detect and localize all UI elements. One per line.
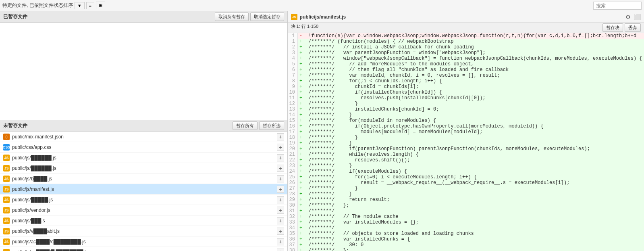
- table-row: 27+ /*******/ }: [288, 186, 644, 191]
- list-item[interactable]: {}public/mix-manifest.json+: [0, 132, 287, 142]
- file-stage-btn[interactable]: +: [277, 249, 284, 251]
- file-stage-btn[interactable]: +: [277, 133, 284, 140]
- file-stage-btn[interactable]: +: [277, 165, 284, 172]
- table-row: 26+ /*******/ result = __webpack_require…: [288, 180, 644, 186]
- list-item[interactable]: JSpublic/js/██████.js+: [0, 163, 287, 174]
- line-number: 2: [288, 44, 298, 50]
- line-number: 19: [288, 140, 298, 146]
- diff-code: /*******/ var installedModules = {};: [304, 220, 644, 225]
- line-number: 20: [288, 146, 298, 152]
- list-item[interactable]: JSpublic/js/ac████/c████████.js+: [0, 236, 287, 247]
- diff-code: /*******/ var moduleId, chunkId, i = 0, …: [304, 73, 644, 78]
- file-name-label: public/js/manifest.js: [12, 186, 277, 192]
- file-name-label: public/js/v████abit.js: [12, 228, 277, 234]
- line-number: 25: [288, 174, 298, 180]
- table-row: 31+ /*******/: [288, 208, 644, 214]
- stage-selected-btn[interactable]: 暂存所选: [259, 121, 284, 130]
- diff-sign: +: [297, 236, 304, 242]
- list-item[interactable]: JSpublic/js/██████.js+: [0, 153, 287, 163]
- diff-sign: +: [297, 140, 304, 146]
- list-item[interactable]: JSpublic/js/ac████/█.████████.js+: [0, 247, 287, 251]
- diff-code: /*******/ (function(modules) { // webpac…: [304, 39, 644, 44]
- diff-sign: +: [297, 169, 304, 174]
- line-number: 30: [288, 203, 298, 208]
- list-item[interactable]: CSSpublic/css/app.css+: [0, 142, 287, 153]
- diff-code: /*******/ for(moduleId in moreModules) {: [304, 118, 644, 123]
- line-number: 1: [288, 39, 298, 44]
- filter-dropdown-btn[interactable]: ▼: [75, 2, 85, 9]
- table-row: 34+ /*******/: [288, 225, 644, 231]
- cancel-all-staged-btn[interactable]: 取消所有暂存: [215, 13, 249, 21]
- file-stage-btn[interactable]: +: [277, 238, 284, 245]
- saved-section: 已暂存文件 取消所有暂存 取消选定暂存: [0, 11, 287, 120]
- file-type-icon: CSS: [3, 144, 10, 151]
- expand-icon[interactable]: ⬜: [634, 14, 641, 20]
- table-row: 1+ /*******/ (function(modules) { // web…: [288, 39, 644, 44]
- diff-code: /*******/ for(i=0; i < executeModules.le…: [304, 174, 644, 180]
- table-row: 25+ /*******/ for(i=0; i < executeModule…: [288, 174, 644, 180]
- file-stage-btn[interactable]: +: [277, 196, 284, 203]
- file-stage-btn[interactable]: +: [277, 154, 284, 161]
- table-row: 23+ /*******/ }: [288, 163, 644, 169]
- diff-sign: +: [297, 78, 304, 84]
- diff-code: !function(e){var o=window.webpackJsonp;w…: [304, 33, 644, 39]
- list-item[interactable]: JSpublic/js/v████abit.js+: [0, 226, 287, 236]
- file-type-icon: JS: [3, 176, 10, 182]
- stage-all-btn[interactable]: 暂存所有: [233, 121, 258, 130]
- file-stage-btn[interactable]: +: [277, 175, 284, 182]
- diff-toolbar: ⚙ ⬜: [624, 13, 641, 21]
- diff-code: /*******/ // objects to store loaded and…: [304, 231, 644, 236]
- file-stage-btn[interactable]: +: [277, 207, 284, 214]
- table-row: 32+ /*******/ // The module cache: [288, 214, 644, 220]
- unsaved-files-list[interactable]: {}public/mix-manifest.json+CSSpublic/css…: [0, 132, 287, 251]
- table-row: 38+ /*******/ };: [288, 248, 644, 251]
- gear-icon[interactable]: ⚙: [624, 13, 632, 21]
- file-stage-btn[interactable]: +: [277, 144, 284, 151]
- line-number: 26: [288, 180, 298, 186]
- table-row: 36+ /*******/ var installedChunks = {: [288, 236, 644, 242]
- diff-sign: +: [297, 225, 304, 231]
- diff-sign: +: [297, 203, 304, 208]
- unsaved-section: 未暂存文件 暂存所有 暂存所选 {}public/mix-manifest.js…: [0, 120, 287, 251]
- line-number: 37: [288, 242, 298, 248]
- saved-section-title: 已暂存文件: [3, 13, 27, 20]
- diff-sign: +: [297, 135, 304, 140]
- view-toggle-btn[interactable]: ≡: [86, 2, 94, 9]
- diff-sign: +: [297, 152, 304, 157]
- line-number: 9: [288, 84, 298, 90]
- table-row: 10+ /*******/ if(installedChunks[chunkId…: [288, 90, 644, 95]
- table-row: 21+ /*******/ while(resolves.length) {: [288, 152, 644, 157]
- list-btn[interactable]: ⊞: [96, 2, 105, 9]
- line-number: 36: [288, 236, 298, 242]
- diff-sign: +: [297, 61, 304, 67]
- diff-content[interactable]: 1- !function(e){var o=window.webpackJson…: [288, 33, 644, 251]
- diff-info-text: 块 1: 行 1-150: [291, 23, 318, 32]
- diff-sign: +: [297, 231, 304, 236]
- table-row: 5+ /*******/ // add "moreModules" to the…: [288, 61, 644, 67]
- file-stage-btn[interactable]: +: [277, 217, 284, 224]
- file-stage-btn[interactable]: +: [277, 228, 284, 235]
- list-item[interactable]: JSpublic/js/███.s+: [0, 215, 287, 226]
- file-stage-btn[interactable]: +: [277, 186, 284, 193]
- list-item[interactable]: JSpublic/js/█████.js+: [0, 195, 287, 205]
- saved-section-buttons: 取消所有暂存 取消选定暂存: [215, 13, 284, 21]
- discard-btn[interactable]: 丢弃: [625, 23, 641, 32]
- search-input[interactable]: [593, 2, 642, 10]
- line-number: 10: [288, 90, 298, 95]
- file-name-label: public/js/█████.js: [12, 197, 277, 203]
- file-type-icon: JS: [3, 228, 10, 234]
- top-bar: 特定的文件, 已依照文件状态排序 ▼ ≡ ⊞: [0, 0, 644, 11]
- line-number: 23: [288, 163, 298, 169]
- list-item[interactable]: JSpublic/js/manifest.js+: [0, 184, 287, 195]
- cancel-selected-staged-btn[interactable]: 取消选定暂存: [250, 13, 284, 21]
- diff-code: /*******/ }: [304, 186, 644, 191]
- list-item[interactable]: JSpublic/js/vendor.js+: [0, 205, 287, 215]
- diff-code: /*******/ if(installedChunks[chunkId]) {: [304, 90, 644, 95]
- unsaved-section-header: 未暂存文件 暂存所有 暂存所选: [0, 120, 287, 132]
- diff-sign: +: [297, 123, 304, 129]
- diff-sign: +: [297, 214, 304, 220]
- stage-block-btn[interactable]: 暂存块: [602, 23, 623, 32]
- table-row: 4+ /*******/ window["webpackJsonpCallbac…: [288, 56, 644, 61]
- list-item[interactable]: JSpublic/js/b████.js+: [0, 174, 287, 184]
- main-layout: 已暂存文件 取消所有暂存 取消选定暂存 未暂存文件 暂存所有 暂存所选: [0, 11, 644, 251]
